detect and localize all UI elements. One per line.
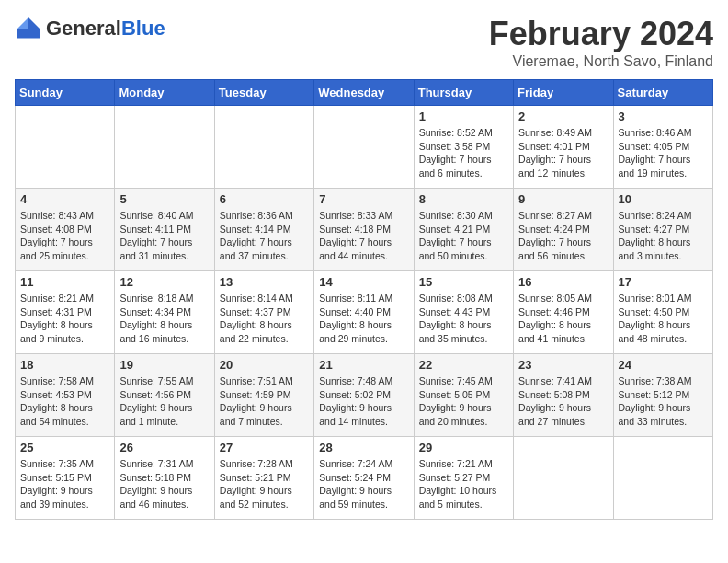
logo-icon xyxy=(15,15,42,42)
location-title: Vieremae, North Savo, Finland xyxy=(489,53,713,70)
day-info: Sunrise: 8:52 AMSunset: 3:58 PMDaylight:… xyxy=(419,126,508,180)
day-number: 26 xyxy=(119,441,209,454)
calendar-cell: 9Sunrise: 8:27 AMSunset: 4:24 PMDaylight… xyxy=(514,189,613,271)
day-number: 25 xyxy=(20,441,109,454)
day-number: 17 xyxy=(619,275,708,289)
day-number: 14 xyxy=(319,275,408,289)
day-number: 5 xyxy=(119,192,209,206)
day-info: Sunrise: 7:58 AMSunset: 4:53 PMDaylight:… xyxy=(20,374,109,429)
calendar-cell: 3Sunrise: 8:46 AMSunset: 4:05 PMDaylight… xyxy=(613,106,712,189)
calendar-cell: 21Sunrise: 7:48 AMSunset: 5:02 PMDayligh… xyxy=(314,354,414,437)
day-info: Sunrise: 8:14 AMSunset: 4:37 PMDaylight:… xyxy=(220,292,309,346)
header: GeneralBlue February 2024 Vieremae, Nort… xyxy=(15,15,713,70)
calendar-cell: 11Sunrise: 8:21 AMSunset: 4:31 PMDayligh… xyxy=(16,271,115,354)
calendar-cell xyxy=(214,106,313,189)
day-info: Sunrise: 8:49 AMSunset: 4:01 PMDaylight:… xyxy=(518,126,608,180)
weekday-header: Thursday xyxy=(414,80,513,106)
day-number: 27 xyxy=(220,441,309,454)
day-info: Sunrise: 7:48 AMSunset: 5:02 PMDaylight:… xyxy=(319,374,408,429)
calendar-cell: 13Sunrise: 8:14 AMSunset: 4:37 PMDayligh… xyxy=(214,271,313,354)
day-number: 28 xyxy=(319,441,408,454)
day-number: 1 xyxy=(419,109,508,123)
calendar-cell: 1Sunrise: 8:52 AMSunset: 3:58 PMDaylight… xyxy=(414,106,513,189)
calendar-cell xyxy=(514,437,613,520)
day-info: Sunrise: 8:30 AMSunset: 4:21 PMDaylight:… xyxy=(419,209,508,263)
day-number: 6 xyxy=(220,192,309,206)
day-number: 2 xyxy=(518,109,608,123)
day-info: Sunrise: 8:33 AMSunset: 4:18 PMDaylight:… xyxy=(319,209,408,263)
calendar-body: 1Sunrise: 8:52 AMSunset: 3:58 PMDaylight… xyxy=(16,106,713,520)
day-info: Sunrise: 8:05 AMSunset: 4:46 PMDaylight:… xyxy=(518,292,608,346)
calendar-cell: 26Sunrise: 7:31 AMSunset: 5:18 PMDayligh… xyxy=(115,437,214,520)
calendar-cell: 19Sunrise: 7:55 AMSunset: 4:56 PMDayligh… xyxy=(115,354,214,437)
calendar-cell: 24Sunrise: 7:38 AMSunset: 5:12 PMDayligh… xyxy=(613,354,712,437)
day-number: 20 xyxy=(220,358,309,372)
day-info: Sunrise: 8:18 AMSunset: 4:34 PMDaylight:… xyxy=(119,292,209,346)
weekday-header: Friday xyxy=(514,80,613,106)
weekday-header: Wednesday xyxy=(314,80,414,106)
calendar-header: SundayMondayTuesdayWednesdayThursdayFrid… xyxy=(16,80,713,106)
day-info: Sunrise: 7:24 AMSunset: 5:24 PMDaylight:… xyxy=(319,457,408,511)
calendar-cell: 28Sunrise: 7:24 AMSunset: 5:24 PMDayligh… xyxy=(314,437,414,520)
calendar-cell: 17Sunrise: 8:01 AMSunset: 4:50 PMDayligh… xyxy=(613,271,712,354)
day-info: Sunrise: 7:38 AMSunset: 5:12 PMDaylight:… xyxy=(619,374,708,429)
calendar-cell xyxy=(115,106,214,189)
day-number: 7 xyxy=(319,192,408,206)
weekday-header: Saturday xyxy=(613,80,712,106)
day-info: Sunrise: 7:55 AMSunset: 4:56 PMDaylight:… xyxy=(119,374,209,429)
day-info: Sunrise: 8:21 AMSunset: 4:31 PMDaylight:… xyxy=(20,292,109,346)
day-number: 13 xyxy=(220,275,309,289)
day-info: Sunrise: 8:24 AMSunset: 4:27 PMDaylight:… xyxy=(619,209,708,263)
calendar-cell: 29Sunrise: 7:21 AMSunset: 5:27 PMDayligh… xyxy=(414,437,513,520)
day-number: 15 xyxy=(419,275,508,289)
calendar-cell: 5Sunrise: 8:40 AMSunset: 4:11 PMDaylight… xyxy=(115,189,214,271)
calendar-cell: 23Sunrise: 7:41 AMSunset: 5:08 PMDayligh… xyxy=(514,354,613,437)
day-info: Sunrise: 8:36 AMSunset: 4:14 PMDaylight:… xyxy=(220,209,309,263)
day-info: Sunrise: 7:51 AMSunset: 4:59 PMDaylight:… xyxy=(220,374,309,429)
day-number: 10 xyxy=(619,192,708,206)
calendar-cell: 15Sunrise: 8:08 AMSunset: 4:43 PMDayligh… xyxy=(414,271,513,354)
calendar-week-row: 11Sunrise: 8:21 AMSunset: 4:31 PMDayligh… xyxy=(16,271,713,354)
day-number: 23 xyxy=(518,358,608,372)
day-number: 21 xyxy=(319,358,408,372)
calendar-cell: 18Sunrise: 7:58 AMSunset: 4:53 PMDayligh… xyxy=(16,354,115,437)
calendar-table: SundayMondayTuesdayWednesdayThursdayFrid… xyxy=(15,79,713,520)
calendar-cell: 6Sunrise: 8:36 AMSunset: 4:14 PMDaylight… xyxy=(214,189,313,271)
svg-marker-1 xyxy=(17,17,28,29)
calendar-cell: 7Sunrise: 8:33 AMSunset: 4:18 PMDaylight… xyxy=(314,189,414,271)
day-info: Sunrise: 7:31 AMSunset: 5:18 PMDaylight:… xyxy=(119,457,209,511)
day-number: 22 xyxy=(419,358,508,372)
day-info: Sunrise: 7:45 AMSunset: 5:05 PMDaylight:… xyxy=(419,374,508,429)
day-info: Sunrise: 8:27 AMSunset: 4:24 PMDaylight:… xyxy=(518,209,608,263)
calendar-cell: 22Sunrise: 7:45 AMSunset: 5:05 PMDayligh… xyxy=(414,354,513,437)
logo: GeneralBlue xyxy=(15,15,165,42)
calendar-cell: 27Sunrise: 7:28 AMSunset: 5:21 PMDayligh… xyxy=(214,437,313,520)
day-info: Sunrise: 8:08 AMSunset: 4:43 PMDaylight:… xyxy=(419,292,508,346)
day-info: Sunrise: 7:41 AMSunset: 5:08 PMDaylight:… xyxy=(518,374,608,429)
day-number: 11 xyxy=(20,275,109,289)
day-number: 3 xyxy=(619,109,708,123)
weekday-header: Tuesday xyxy=(214,80,313,106)
day-info: Sunrise: 7:28 AMSunset: 5:21 PMDaylight:… xyxy=(220,457,309,511)
day-info: Sunrise: 7:21 AMSunset: 5:27 PMDaylight:… xyxy=(419,457,508,511)
weekday-row: SundayMondayTuesdayWednesdayThursdayFrid… xyxy=(16,80,713,106)
day-number: 8 xyxy=(419,192,508,206)
weekday-header: Monday xyxy=(115,80,214,106)
day-info: Sunrise: 8:46 AMSunset: 4:05 PMDaylight:… xyxy=(619,126,708,180)
calendar-cell: 16Sunrise: 8:05 AMSunset: 4:46 PMDayligh… xyxy=(514,271,613,354)
calendar-cell xyxy=(314,106,414,189)
logo-blue-text: Blue xyxy=(121,17,165,40)
logo-general-text: General xyxy=(46,17,121,40)
calendar-cell xyxy=(16,106,115,189)
day-number: 19 xyxy=(119,358,209,372)
calendar-week-row: 18Sunrise: 7:58 AMSunset: 4:53 PMDayligh… xyxy=(16,354,713,437)
calendar-cell: 20Sunrise: 7:51 AMSunset: 4:59 PMDayligh… xyxy=(214,354,313,437)
day-number: 29 xyxy=(419,441,508,454)
day-number: 4 xyxy=(20,192,109,206)
calendar-week-row: 4Sunrise: 8:43 AMSunset: 4:08 PMDaylight… xyxy=(16,189,713,271)
day-info: Sunrise: 8:11 AMSunset: 4:40 PMDaylight:… xyxy=(319,292,408,346)
svg-marker-0 xyxy=(28,17,40,29)
calendar-week-row: 25Sunrise: 7:35 AMSunset: 5:15 PMDayligh… xyxy=(16,437,713,520)
day-number: 16 xyxy=(518,275,608,289)
svg-rect-2 xyxy=(17,29,40,39)
